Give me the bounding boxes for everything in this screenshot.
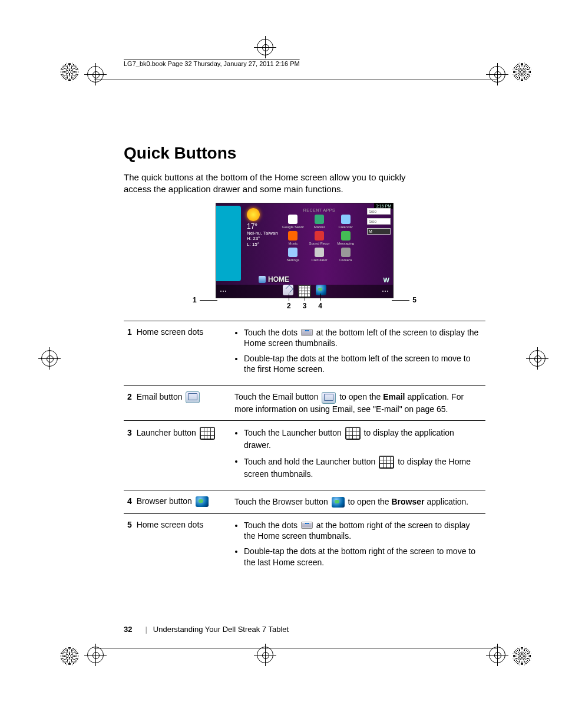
recent-app: Music — [281, 231, 305, 245]
launcher-icon — [379, 456, 394, 469]
google-search-peek: Goo Goo M — [367, 208, 391, 238]
email-icon — [283, 285, 293, 295]
page-title: Quick Buttons — [124, 144, 485, 163]
recent-apps-panel: RECENT APPS Google SearcMarketCalendarMu… — [281, 208, 358, 262]
browser-icon — [316, 285, 326, 295]
dots-icon — [301, 329, 313, 336]
launcher-icon — [200, 427, 215, 440]
table-row: 5 Home screen dots Touch the dots at the… — [124, 514, 485, 578]
reg-mark-corner — [60, 647, 79, 666]
recent-app: Google Searc — [281, 215, 305, 229]
table-row: 4 Browser button Touch the Browser butto… — [124, 490, 485, 513]
callout-row-bottom: 2 3 4 — [204, 302, 405, 310]
dots-icon — [301, 522, 313, 529]
recent-app: Sound Recor — [308, 231, 332, 245]
reg-mark-corner — [513, 647, 531, 666]
device-screenshot: 3:16 PM 17° Nei-hu, Taiwan H: 23° L: 15°… — [216, 203, 394, 298]
recent-app: Market — [308, 215, 332, 229]
running-header: LG7_bk0.book Page 32 Thursday, January 2… — [124, 59, 485, 67]
callout-1: 1 — [193, 296, 197, 304]
browser-icon — [196, 496, 209, 507]
frame-line — [94, 648, 497, 648]
home-icon — [259, 276, 266, 283]
launcher-icon — [345, 427, 361, 440]
home-label: HOME — [259, 275, 289, 284]
sun-icon — [247, 208, 260, 221]
recent-app: Messaging — [333, 231, 358, 245]
table-row: 1 Home screen dots Touch the dots at the… — [124, 321, 485, 386]
table-row: 3 Launcher button Touch the Launcher but… — [124, 421, 485, 490]
reg-mark — [257, 647, 272, 662]
dots-left-icon: ⋯ — [220, 287, 227, 295]
page-footer: 32|Understanding Your Dell Streak 7 Tabl… — [124, 625, 289, 634]
side-panel-icon — [216, 206, 241, 281]
intro-paragraph: The quick buttons at the bottom of the H… — [124, 172, 430, 196]
email-icon — [322, 392, 336, 404]
recent-app: Settings — [281, 248, 305, 262]
weather-widget: 17° Nei-hu, Taiwan H: 23° L: 15° — [247, 208, 278, 248]
table-row: 2 Email button Touch the Email button to… — [124, 386, 485, 421]
recent-app: Calculator — [308, 248, 332, 262]
dots-right-icon: ⋯ — [382, 287, 389, 295]
quick-buttons-table: 1 Home screen dots Touch the dots at the… — [124, 321, 485, 578]
callout-5: 5 — [412, 296, 416, 304]
screenshot-figure: 1 5 3:16 PM 17° Nei-hu, Taiwan H: 23° L:… — [204, 203, 405, 310]
email-icon — [186, 391, 200, 403]
page-peek: W — [384, 276, 389, 284]
recent-app: Calendar — [333, 215, 358, 229]
recent-app: Camera — [333, 248, 358, 262]
reg-mark — [87, 647, 103, 662]
reg-mark — [489, 647, 504, 662]
browser-icon — [332, 497, 345, 508]
